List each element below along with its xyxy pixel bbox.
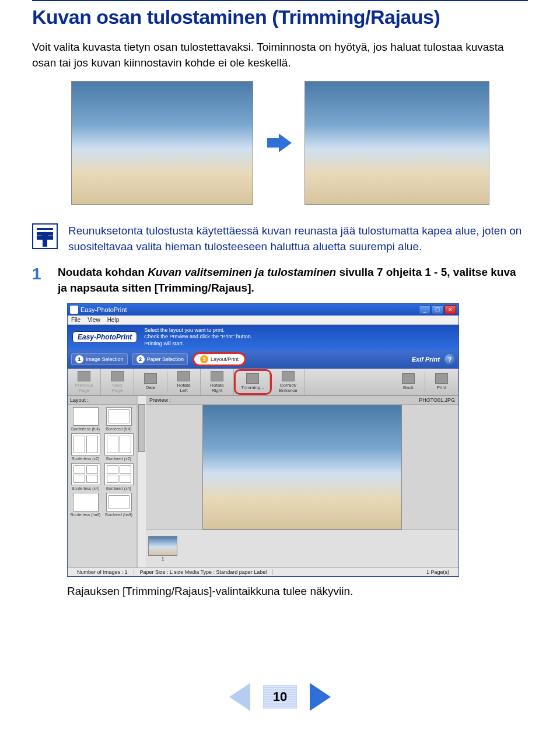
status-pages: 1 Page(s) xyxy=(421,569,455,575)
rotate-right-icon xyxy=(211,371,223,381)
minimize-button[interactable]: _ xyxy=(419,305,430,314)
wizard-label-2: Paper Selection xyxy=(147,356,184,362)
crop-icon xyxy=(246,373,259,384)
page-number: 10 xyxy=(263,685,297,709)
menubar: File View Help xyxy=(68,316,459,325)
page-prev-icon xyxy=(78,371,90,381)
nav-next-page[interactable] xyxy=(310,683,331,711)
print-icon xyxy=(435,373,448,384)
layout-label: Layout : xyxy=(68,396,136,405)
layout-bordered-x4[interactable]: Bordered (x4) xyxy=(103,463,134,490)
thumbnail-image xyxy=(148,536,177,556)
step-number: 1 xyxy=(32,265,46,283)
brand-logo: Easy-PhotoPrint xyxy=(72,331,137,343)
tool-date[interactable]: Date xyxy=(134,371,167,392)
wizard-label-1: Image Selection xyxy=(86,356,124,362)
maximize-button[interactable]: ☐ xyxy=(432,305,443,314)
window-title: Easy-PhotoPrint xyxy=(80,306,127,313)
brand-instructions: Select the layout you want to print. Che… xyxy=(144,327,252,348)
thumbnail-1[interactable]: 1 xyxy=(148,536,177,562)
exif-print-label: Exif Print xyxy=(412,356,440,363)
app-window: Easy-PhotoPrint _ ☐ ✕ File View Help Eas… xyxy=(67,303,459,577)
step-prefix: Noudata kohdan xyxy=(58,266,148,278)
caption-text: Rajauksen [Trimming/Rajaus]-valintaikkun… xyxy=(67,585,528,598)
layout-borderless-x2[interactable]: Borderless (x2) xyxy=(70,433,101,461)
menu-file[interactable]: File xyxy=(71,317,80,323)
intro-paragraph: Voit valita kuvasta tietyn osan tulostet… xyxy=(32,40,528,71)
tool-next-page: Next Page xyxy=(101,369,134,395)
thumbnail-number: 1 xyxy=(161,556,164,562)
menu-view[interactable]: View xyxy=(88,317,100,323)
tool-print[interactable]: Print xyxy=(425,371,459,392)
layout-borderless-x4[interactable]: Borderless (x4) xyxy=(70,463,101,490)
layout-bordered-x2[interactable]: Bordered (x2) xyxy=(103,433,134,461)
wizard-num-1: 1 xyxy=(75,355,83,363)
page-heading: Kuvan osan tulostaminen (Trimming/Rajaus… xyxy=(32,6,528,29)
statusbar: Number of Images : 1 Paper Size : L size… xyxy=(68,567,459,576)
wizard-num-2: 2 xyxy=(136,355,145,363)
thumbnail-strip: 1 xyxy=(146,530,459,567)
help-button[interactable]: ? xyxy=(444,354,455,365)
wand-icon xyxy=(282,371,295,381)
preview-photo xyxy=(202,405,402,530)
status-paper: Paper Size : L size Media Type : Standar… xyxy=(134,569,274,575)
before-after-row xyxy=(32,81,528,205)
wizard-step-paper-selection[interactable]: 2 Paper Selection xyxy=(132,353,188,365)
tool-back[interactable]: Back xyxy=(392,371,425,392)
status-images: Number of Images : 1 xyxy=(71,569,134,575)
tool-trimming[interactable]: Trimming... xyxy=(236,371,270,392)
tool-rotate-left[interactable]: Rotate Left xyxy=(167,369,201,395)
nav-prev-page[interactable] xyxy=(229,683,250,711)
tool-trimming-highlight: Trimming... xyxy=(234,369,272,395)
wizard-label-3: Layout/Print xyxy=(211,356,239,362)
note-icon xyxy=(32,223,58,249)
preview-label: Preview : xyxy=(149,397,171,403)
layout-borderless-half[interactable]: Borderless (half) xyxy=(70,493,101,517)
close-button[interactable]: ✕ xyxy=(444,305,456,314)
toolbar: Previous Page Next Page Date Rotate Left… xyxy=(68,369,459,396)
tool-correct-enhance[interactable]: Correct/ Enhance xyxy=(272,369,305,395)
wizard-step-image-selection[interactable]: 1 Image Selection xyxy=(71,353,128,365)
preview-filename: PHOTO01.JPG xyxy=(419,397,455,403)
layout-panel: Layout : Borderless (full) Bordered (ful… xyxy=(68,396,137,567)
step-em: Kuvan valitseminen ja tulostaminen xyxy=(148,266,336,278)
step-text: Noudata kohdan Kuvan valitseminen ja tul… xyxy=(58,265,528,296)
layout-bordered-half[interactable]: Bordered (half) xyxy=(103,493,134,517)
layout-borderless-full[interactable]: Borderless (full) xyxy=(70,407,101,431)
tool-rotate-right[interactable]: Rotate Right xyxy=(201,369,234,395)
layout-scrollbar[interactable] xyxy=(137,396,146,567)
back-icon xyxy=(402,373,415,384)
titlebar: Easy-PhotoPrint _ ☐ ✕ xyxy=(68,304,459,316)
arrow-right-icon xyxy=(267,131,290,155)
page-next-icon xyxy=(111,371,124,381)
preview-area xyxy=(146,405,459,530)
app-favicon xyxy=(70,306,78,314)
layout-bordered-full[interactable]: Bordered (full) xyxy=(103,407,134,431)
rotate-left-icon xyxy=(177,371,190,381)
note-text: Reunuksetonta tulostusta käytettäessä ku… xyxy=(68,223,528,254)
wizard-num-3: 3 xyxy=(200,355,208,363)
wizard-step-layout-print[interactable]: 3 Layout/Print xyxy=(192,352,246,366)
calendar-icon xyxy=(144,373,157,384)
wizard-tabs: 1 Image Selection 2 Paper Selection 3 La… xyxy=(68,350,459,369)
menu-help[interactable]: Help xyxy=(107,317,120,323)
photo-before xyxy=(71,81,253,205)
photo-after xyxy=(304,81,489,205)
tool-previous-page: Previous Page xyxy=(68,369,101,395)
